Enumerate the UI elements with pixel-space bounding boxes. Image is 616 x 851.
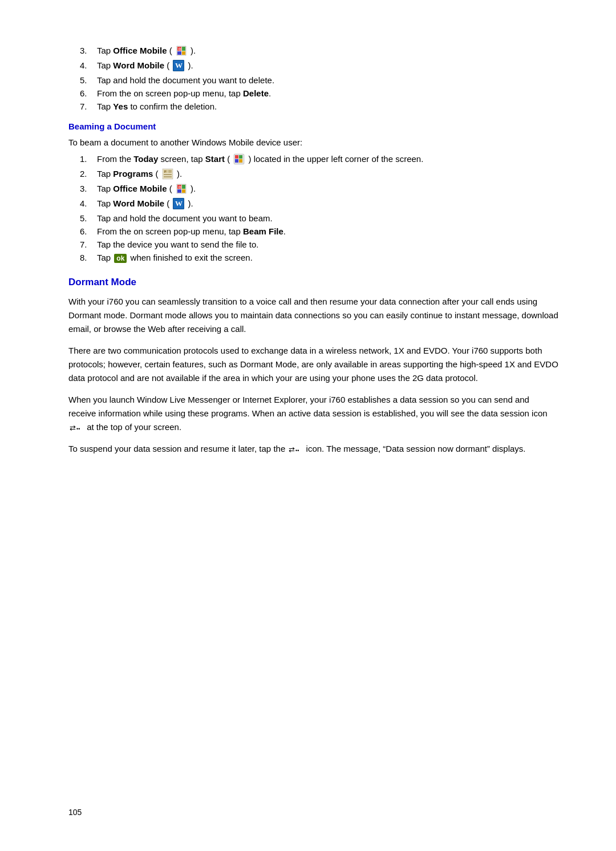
- list-content: Tap Programs ( P ).: [97, 169, 559, 180]
- list-item: 4. Tap Word Mobile ( W ).: [68, 60, 559, 72]
- word-mobile-icon: W: [173, 60, 184, 71]
- list-content: Tap Word Mobile ( W ).: [97, 60, 559, 72]
- dormant-para-1: With your i760 you can seamlessly transi…: [68, 295, 559, 336]
- list-number: 7.: [80, 240, 97, 249]
- ok-badge: ok: [114, 254, 127, 263]
- svg-rect-19: [182, 185, 185, 189]
- list-number: 8.: [80, 253, 97, 262]
- svg-rect-9: [235, 159, 238, 163]
- dormant-section: Dormant Mode With your i760 you can seam…: [68, 277, 559, 456]
- svg-rect-10: [239, 159, 242, 163]
- list-number: 4.: [80, 60, 97, 70]
- list-content: Tap and hold the document you want to be…: [97, 213, 559, 223]
- dormant-para-3: When you launch Window Live Messenger or…: [68, 393, 559, 434]
- svg-rect-8: [239, 155, 242, 159]
- bold-text: Beam File: [243, 226, 283, 236]
- list-content: Tap Office Mobile ( O ).: [97, 46, 559, 57]
- svg-rect-21: [182, 189, 185, 193]
- svg-rect-20: [177, 189, 181, 193]
- svg-rect-4: [182, 51, 185, 55]
- svg-text:••: ••: [295, 448, 299, 453]
- list-number: 3.: [80, 46, 97, 55]
- svg-rect-15: [164, 176, 172, 177]
- list-item: 5. Tap and hold the document you want to…: [68, 213, 559, 223]
- list-content: From the on screen pop-up menu, tap Beam…: [97, 226, 559, 236]
- office-mobile-icon-2: O: [176, 183, 187, 194]
- beaming-steps-list: 1. From the Today screen, tap Start ( ) …: [68, 154, 559, 263]
- svg-text:••: ••: [76, 426, 80, 432]
- svg-rect-7: [235, 155, 238, 159]
- bold-text: Delete: [243, 88, 269, 98]
- dormant-heading: Dormant Mode: [68, 277, 559, 288]
- list-number: 2.: [80, 169, 97, 179]
- bold-text: Yes: [113, 102, 128, 111]
- dormant-data-icon: ⇄ ••: [289, 444, 302, 455]
- bold-text: Word Mobile: [113, 60, 164, 70]
- list-item: 3. Tap Office Mobile ( O ).: [68, 184, 559, 195]
- svg-text:O: O: [179, 185, 181, 189]
- list-content: Tap Word Mobile ( W ).: [97, 198, 559, 210]
- list-item: 6. From the on screen pop-up menu, tap B…: [68, 226, 559, 236]
- list-content: Tap ok when finished to exit the screen.: [97, 253, 559, 263]
- list-number: 4.: [80, 198, 97, 208]
- list-item: 7. Tap the device you want to send the f…: [68, 240, 559, 249]
- list-number: 1.: [80, 154, 97, 164]
- dormant-para-2: There are two communication protocols us…: [68, 344, 559, 385]
- bold-text: Programs: [113, 169, 153, 179]
- word-mobile-icon-2: W: [173, 198, 184, 209]
- list-item: 3. Tap Office Mobile ( O ).: [68, 46, 559, 57]
- list-item: 2. Tap Programs ( P ).: [68, 169, 559, 180]
- dormant-para-4: To suspend your data session and resume …: [68, 442, 559, 456]
- bold-text: Start: [205, 154, 225, 164]
- bold-text: Office Mobile: [113, 46, 167, 55]
- start-icon: [233, 153, 245, 165]
- bold-text: Today: [133, 154, 158, 164]
- page-content: 3. Tap Office Mobile ( O ). 4. Tap Word …: [0, 0, 616, 509]
- list-content: Tap Yes to confirm the deletion.: [97, 102, 559, 111]
- list-number: 6.: [80, 88, 97, 98]
- list-content: Tap Office Mobile ( O ).: [97, 184, 559, 195]
- list-item: 4. Tap Word Mobile ( W ).: [68, 198, 559, 210]
- list-item: 5. Tap and hold the document you want to…: [68, 75, 559, 85]
- svg-text:⇄: ⇄: [289, 445, 295, 454]
- page-number: 105: [68, 808, 82, 817]
- svg-text:O: O: [179, 47, 181, 51]
- beaming-heading: Beaming a Document: [68, 121, 559, 131]
- list-number: 7.: [80, 102, 97, 111]
- svg-rect-2: [182, 47, 185, 51]
- bold-text: Office Mobile: [113, 184, 167, 193]
- list-item: 1. From the Today screen, tap Start ( ) …: [68, 154, 559, 165]
- list-number: 5.: [80, 213, 97, 223]
- svg-text:⇄: ⇄: [70, 424, 76, 432]
- office-mobile-icon: O: [176, 45, 187, 56]
- list-content: From the Today screen, tap Start ( ) loc…: [97, 154, 559, 165]
- data-session-icon: ⇄ ••: [70, 423, 83, 433]
- list-content: Tap and hold the document you want to de…: [97, 75, 559, 85]
- svg-rect-13: [168, 170, 172, 173]
- svg-rect-14: [164, 174, 172, 175]
- list-number: 5.: [80, 75, 97, 85]
- list-item: 8. Tap ok when finished to exit the scre…: [68, 253, 559, 263]
- list-content: Tap the device you want to send the file…: [97, 240, 559, 249]
- list-number: 6.: [80, 226, 97, 236]
- bold-text: Word Mobile: [113, 198, 164, 208]
- beaming-section: Beaming a Document To beam a document to…: [68, 121, 559, 263]
- list-item: 7. Tap Yes to confirm the deletion.: [68, 102, 559, 111]
- beaming-intro: To beam a document to another Windows Mo…: [68, 136, 559, 149]
- list-number: 3.: [80, 184, 97, 193]
- programs-icon: P: [162, 168, 173, 180]
- svg-rect-3: [177, 51, 181, 55]
- list-item: 6. From the on screen pop-up menu, tap D…: [68, 88, 559, 98]
- delete-steps-list: 3. Tap Office Mobile ( O ). 4. Tap Word …: [68, 46, 559, 111]
- list-content: From the on screen pop-up menu, tap Dele…: [97, 88, 559, 98]
